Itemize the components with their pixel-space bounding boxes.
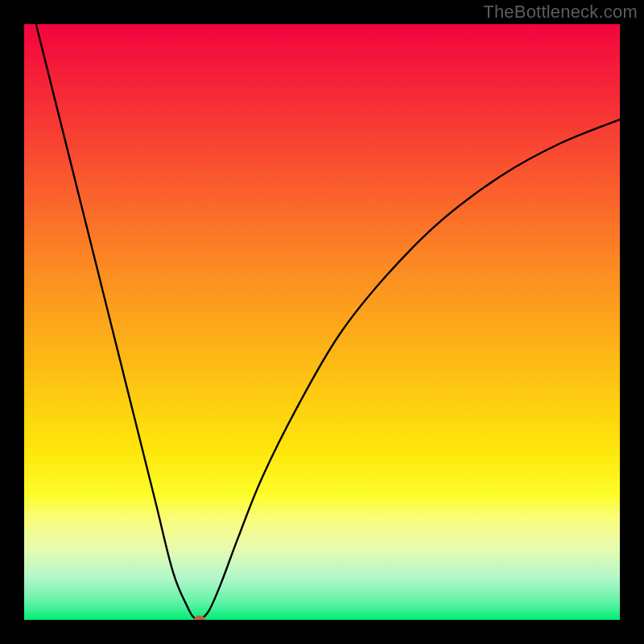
curve-right-branch bbox=[200, 119, 620, 620]
plot-area bbox=[24, 24, 620, 620]
chart-container: TheBottleneck.com bbox=[0, 0, 644, 644]
curve-left-branch bbox=[36, 24, 200, 620]
watermark-text: TheBottleneck.com bbox=[483, 2, 638, 23]
minimum-marker bbox=[194, 616, 205, 621]
curve-layer bbox=[24, 24, 620, 620]
